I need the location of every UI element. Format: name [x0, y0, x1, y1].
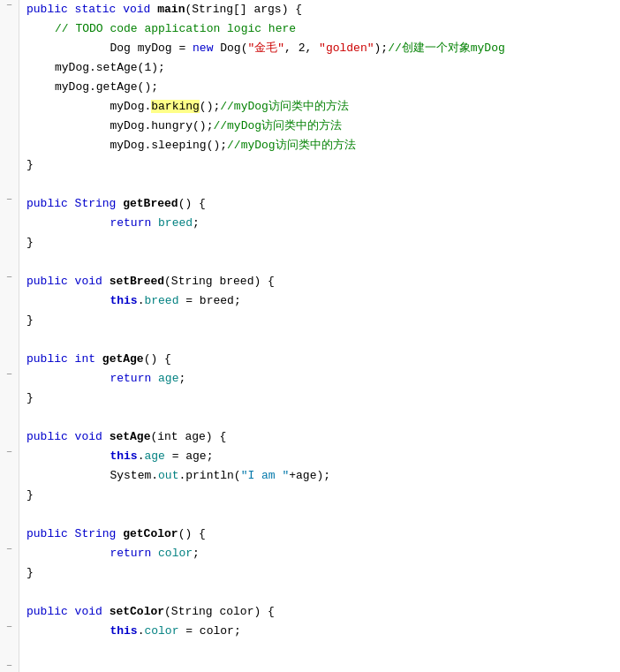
this-keyword: this — [110, 294, 137, 307]
code-token: myDog.sleeping(); — [110, 139, 227, 152]
code-token: return breed; — [26, 194, 200, 253]
string-literal: "golden" — [319, 42, 374, 55]
code-token: +age); — [289, 469, 330, 482]
code-token: this.color = color; — [26, 602, 241, 661]
code-token: ; — [178, 372, 185, 385]
comment: //创建一个对象myDog — [388, 42, 505, 55]
this-keyword: this — [110, 624, 137, 638]
code-token: System. — [110, 469, 158, 482]
code-token: Dog myDog = — [110, 42, 193, 55]
string-literal: "金毛" — [247, 42, 284, 55]
code-line: this.color = color; — [26, 622, 620, 641]
keyword: public static void — [26, 0, 157, 19]
code-line — [26, 505, 620, 525]
code-token: return color; — [26, 525, 200, 583]
fold-marker-6[interactable]: − — [0, 544, 19, 555]
code-line — [26, 330, 620, 350]
string-literal: "I am " — [241, 469, 290, 482]
code-line — [26, 253, 620, 272]
code-line: return breed; — [26, 214, 620, 233]
code-line — [26, 583, 620, 602]
code-token: } — [26, 233, 34, 253]
code-token: } — [26, 486, 34, 505]
code-token: = breed; — [178, 294, 240, 307]
fold-marker-8[interactable]: − — [0, 661, 19, 671]
code-token: return age; — [26, 350, 185, 408]
code-token: = color; — [178, 624, 240, 638]
code-line: myDog.sleeping();//myDog访问类中的方法 — [26, 136, 620, 155]
code-token: this.breed = breed; — [26, 272, 241, 330]
fold-marker-4[interactable]: − — [0, 369, 19, 380]
keyword: new — [193, 42, 213, 55]
code-token: .println( — [178, 469, 240, 482]
field-name: out — [158, 469, 178, 482]
keyword: return — [110, 372, 158, 385]
field-name: breed — [144, 294, 178, 307]
code-token: ; — [193, 216, 200, 230]
keyword: return — [110, 547, 158, 560]
fold-marker-3[interactable]: − — [0, 272, 19, 283]
code-token: } — [26, 155, 34, 175]
field-name: color — [144, 624, 178, 638]
code-token: myDog.setAge(1); — [26, 58, 165, 78]
code-content: public static void main(String[] args) {… — [19, 0, 620, 672]
code-token: ); — [374, 42, 389, 55]
code-token: (String[] args) { — [185, 0, 302, 19]
code-token: , 2, — [284, 42, 319, 55]
method-name: main — [157, 0, 185, 19]
fold-marker-1[interactable]: − — [0, 0, 19, 11]
code-line: public static void main(String[] args) { — [26, 0, 620, 19]
code-token: myDog.sleeping();//myDog访问类中的方法 — [26, 117, 356, 175]
code-editor: − − − − − − − − public static void main(… — [0, 0, 620, 672]
code-token: ; — [193, 547, 200, 560]
field-name: breed — [158, 216, 193, 230]
code-line: this.breed = breed; — [26, 291, 620, 311]
keyword: return — [110, 216, 158, 230]
code-token: } — [26, 389, 34, 408]
fold-marker-5[interactable]: − — [0, 447, 19, 457]
code-line: Dog myDog = new Dog("金毛", 2, "golden");/… — [26, 39, 620, 58]
field-name: age — [158, 372, 178, 385]
code-line: return age; — [26, 369, 620, 389]
code-line: return color; — [26, 544, 620, 563]
code-line — [26, 175, 620, 194]
comment: //myDog访问类中的方法 — [227, 139, 356, 152]
field-name: color — [158, 547, 193, 560]
fold-gutter: − − − − − − − − — [0, 0, 19, 672]
code-line: System.out.println("I am "+age); — [26, 466, 620, 486]
code-token: } — [26, 563, 34, 583]
code-token: Dog( — [213, 42, 247, 55]
fold-marker-7[interactable]: − — [0, 622, 19, 632]
code-token: } — [26, 311, 34, 330]
fold-marker-2[interactable]: − — [0, 194, 19, 205]
code-line — [26, 408, 620, 427]
code-token: System.out.println("I am "+age); — [26, 447, 330, 505]
